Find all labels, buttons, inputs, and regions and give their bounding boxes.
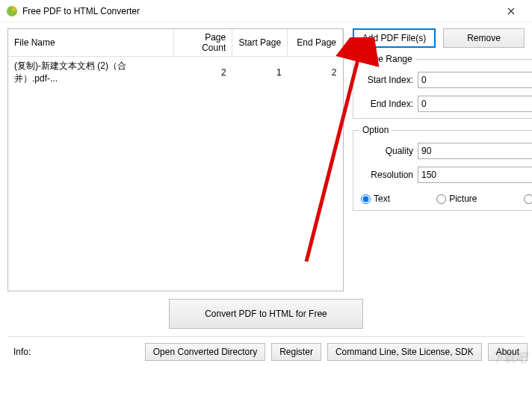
- register-button[interactable]: Register: [271, 343, 321, 361]
- remove-button[interactable]: Remove: [443, 28, 525, 48]
- quality-input[interactable]: [418, 143, 532, 158]
- divider: [7, 336, 525, 337]
- open-directory-button[interactable]: Open Converted Directory: [145, 343, 265, 361]
- add-pdf-button[interactable]: Add PDF File(s): [353, 28, 436, 48]
- convert-row: Convert PDF to HTML for Free: [0, 291, 532, 333]
- option-group: Option Quality ▲ ▼ % Resolution ▲: [353, 125, 532, 211]
- start-index-input[interactable]: [418, 72, 532, 87]
- bottom-bar: Info: Open Converted Directory Register …: [0, 340, 532, 365]
- cmdline-button[interactable]: Command Line, Site License, SDK: [327, 343, 482, 361]
- resolution-spinner[interactable]: ▲ ▼: [418, 167, 532, 183]
- col-filename[interactable]: File Name: [8, 29, 174, 57]
- main-content: File Name Page Count Start Page End Page…: [0, 22, 532, 291]
- option-legend: Option: [359, 125, 392, 135]
- resolution-label: Resolution: [359, 170, 413, 180]
- col-endpage[interactable]: End Page: [288, 29, 343, 57]
- about-button[interactable]: About: [488, 343, 528, 361]
- radio-original[interactable]: Original: [524, 194, 532, 204]
- radio-original-input[interactable]: [524, 194, 532, 204]
- end-index-label: End Index:: [359, 99, 413, 109]
- start-index-spinner[interactable]: ▲ ▼: [418, 72, 532, 88]
- cell-startpage: 1: [232, 57, 288, 89]
- info-label: Info:: [13, 347, 139, 357]
- resolution-input[interactable]: [418, 167, 532, 182]
- table-header-row: File Name Page Count Start Page End Page: [8, 29, 343, 57]
- file-table: File Name Page Count Start Page End Page…: [8, 29, 343, 88]
- cell-pagecount: 2: [174, 57, 232, 89]
- page-range-legend: Page Range: [359, 54, 415, 64]
- right-panel: Add PDF File(s) Remove Page Range Start …: [353, 28, 525, 291]
- window-title: Free PDF to HTML Converter: [22, 6, 496, 16]
- col-pagecount[interactable]: Page Count: [174, 29, 232, 57]
- file-list-panel: File Name Page Count Start Page End Page…: [7, 28, 344, 291]
- cell-endpage: 2: [288, 57, 343, 89]
- cell-filename: (复制)-新建文本文档 (2)（合并）.pdf-...: [8, 57, 174, 89]
- quality-label: Quality: [359, 146, 413, 156]
- table-row[interactable]: (复制)-新建文本文档 (2)（合并）.pdf-... 2 1 2: [8, 57, 343, 89]
- end-index-spinner[interactable]: ▲ ▼: [418, 96, 532, 112]
- titlebar: Free PDF to HTML Converter: [0, 0, 532, 22]
- end-index-input[interactable]: [418, 96, 532, 111]
- col-startpage[interactable]: Start Page: [232, 29, 288, 57]
- radio-text-input[interactable]: [361, 194, 371, 204]
- radio-text[interactable]: Text: [361, 194, 390, 204]
- quality-spinner[interactable]: ▲ ▼: [418, 143, 532, 159]
- page-range-group: Page Range Start Index: ▲ ▼ End Index: ▲: [353, 54, 532, 119]
- radio-picture[interactable]: Picture: [436, 194, 477, 204]
- radio-picture-input[interactable]: [436, 194, 446, 204]
- app-icon: [6, 5, 18, 17]
- close-button[interactable]: [496, 1, 526, 22]
- convert-button[interactable]: Convert PDF to HTML for Free: [169, 299, 363, 329]
- start-index-label: Start Index:: [359, 75, 413, 85]
